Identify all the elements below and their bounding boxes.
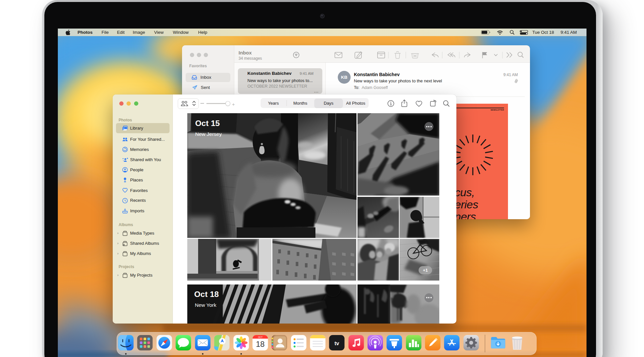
- svg-text:tv: tv: [334, 341, 339, 346]
- svg-text:18: 18: [256, 340, 265, 348]
- svg-text:OCT: OCT: [258, 336, 263, 338]
